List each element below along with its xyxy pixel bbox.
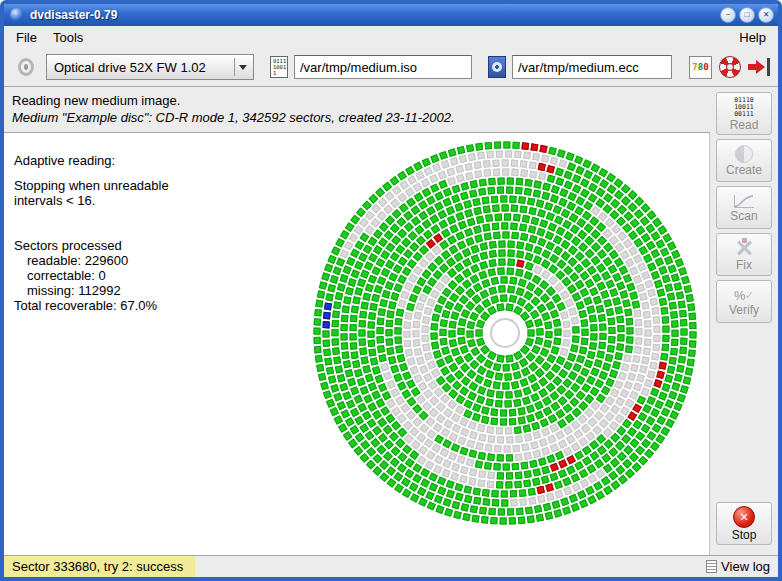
menu-file[interactable]: File [8,28,45,47]
ecc-file-icon [488,56,506,78]
sector-status: Sector 333680, try 2: success [4,556,195,577]
window-title: dvdisaster-0.79 [30,8,117,22]
verify-button: %✓ Verify [716,280,772,323]
chevron-down-icon [239,65,247,70]
menu-tools[interactable]: Tools [45,28,91,47]
window-controls [720,7,774,23]
drive-select[interactable]: Optical drive 52X FW 1.02 [46,54,254,80]
fix-button: Fix [716,233,772,276]
log-file-icon [706,560,717,573]
action-sidebar: 01110 10011 00111 Read Create Scan [710,87,778,555]
stopping-condition: Stopping when unreadable intervals < 16. [14,178,182,208]
create-icon [735,145,753,163]
view-log-label: View log [721,559,770,574]
status-line-1: Reading new medium image. [12,92,702,109]
scan-button: Scan [716,186,772,229]
left-column: Reading new medium image. Medium "Exampl… [4,87,710,555]
view-log-button[interactable]: View log [706,559,778,574]
preferences-button[interactable]: 7 8 0 [689,56,712,79]
optical-drive-icon [18,58,34,76]
app-icon [10,8,24,22]
stop-button[interactable]: Stop [716,502,772,545]
scan-icon [733,194,755,209]
fix-icon [734,238,754,258]
menu-help[interactable]: Help [731,28,774,47]
lifebuoy-icon [719,56,741,78]
status-line-2: Medium "Example disc": CD-R mode 1, 3425… [12,109,702,126]
adaptive-reading-heading: Adaptive reading: [14,153,182,168]
iso-path-input[interactable] [294,55,472,79]
status-messages: Reading new medium image. Medium "Exampl… [4,87,710,133]
maximize-button[interactable] [739,7,755,23]
disc-sector-spiral [305,133,705,533]
main-panel: Adaptive reading: Stopping when unreadab… [4,133,710,555]
close-button[interactable] [758,7,774,23]
verify-button-label: Verify [729,304,759,316]
quit-button[interactable] [748,58,770,76]
total-recoverable: Total recoverable: 67.0% [14,298,182,313]
scan-button-label: Scan [730,210,757,222]
read-icon: 01110 10011 00111 [734,97,754,118]
image-file-icon: 0111 1001 1 [270,56,288,78]
minimize-button[interactable] [720,7,736,23]
binary-line: 1 [273,70,287,76]
toolbar: Optical drive 52X FW 1.02 0111 1001 1 7 … [4,48,778,86]
read-button[interactable]: 01110 10011 00111 Read [716,92,772,135]
drive-button[interactable] [12,53,40,81]
read-button-label: Read [730,119,759,131]
readable-count: readable: 229600 [27,253,182,268]
quit-icon [748,58,770,76]
create-button-label: Create [726,164,762,176]
drive-select-value: Optical drive 52X FW 1.02 [54,60,230,75]
stop-button-label: Stop [732,529,757,541]
correctable-count: correctable: 0 [27,268,182,283]
preferences-icon: 7 8 0 [689,56,712,79]
titlebar[interactable]: dvdisaster-0.79 [4,4,778,26]
combo-separator [234,58,235,76]
fix-button-label: Fix [736,259,752,271]
create-button: Create [716,139,772,182]
help-button[interactable] [719,56,741,78]
ecc-path-input[interactable] [512,55,672,79]
reading-stats: Adaptive reading: Stopping when unreadab… [14,153,182,313]
sectors-processed-heading: Sectors processed [14,238,182,253]
statusbar: Sector 333680, try 2: success View log [4,555,778,577]
verify-icon: %✓ [734,288,754,303]
content-row: Reading new medium image. Medium "Exampl… [4,86,778,555]
menubar: File Tools Help [4,26,778,48]
toolbar-right-group: 7 8 0 [689,56,770,79]
prefs-digit: 0 [703,62,708,72]
app-window: dvdisaster-0.79 File Tools Help Optical … [0,0,782,581]
missing-count: missing: 112992 [27,283,182,298]
stop-icon [733,506,755,528]
